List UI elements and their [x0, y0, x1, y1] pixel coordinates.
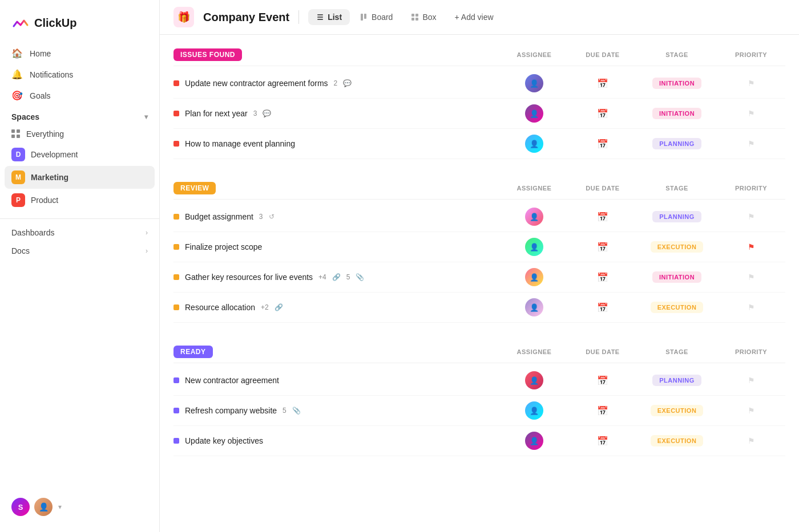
chevron-right-icon: ›	[146, 229, 148, 237]
stage-cell: EXECUTION	[637, 241, 717, 253]
task-name: How to manage event planning	[185, 139, 295, 148]
task-bullet	[173, 438, 179, 444]
user-area[interactable]: S 👤 ▾	[0, 491, 159, 523]
task-name-cell: Update key objectives	[173, 436, 500, 445]
assignee-cell: 👤	[500, 371, 568, 389]
sidebar-item-notifications[interactable]: 🔔 Notifications	[5, 64, 155, 84]
tab-list[interactable]: List	[308, 9, 350, 25]
calendar-icon: 📅	[597, 108, 608, 119]
assignee-cell: 👤	[500, 298, 568, 316]
sidebar-item-development[interactable]: D Development	[5, 143, 155, 166]
tab-box[interactable]: Box	[403, 9, 444, 25]
priority-cell: ⚑	[717, 242, 785, 251]
comment-icon: 💬	[343, 79, 352, 87]
avatar: 👤	[525, 104, 543, 123]
due-date-cell[interactable]: 📅	[568, 272, 637, 283]
task-name-cell: Budget assignment 3 ↺	[173, 212, 500, 221]
list-icon	[316, 13, 324, 21]
task-name-cell: Refresh company website 5 📎	[173, 406, 500, 415]
sidebar-item-product[interactable]: P Product	[5, 189, 155, 212]
stage-badge: EXECUTION	[651, 405, 704, 416]
clickup-logo-icon	[11, 14, 30, 32]
refresh-icon: ↺	[269, 213, 275, 221]
flag-icon: ⚑	[748, 273, 755, 282]
board-icon	[360, 13, 368, 21]
due-date-cell[interactable]: 📅	[568, 139, 637, 149]
table-row: Finalize project scope 👤 📅 EXECUTION ⚑	[173, 232, 785, 262]
space-dot-p: P	[11, 193, 25, 207]
assignee-cell: 👤	[500, 74, 568, 92]
due-date-cell[interactable]: 📅	[568, 436, 637, 446]
task-attach-count: 5	[346, 273, 350, 281]
content-area: ISSUES FOUND ASSIGNEE DUE DATE STAGE PRI…	[160, 35, 799, 532]
task-group-review: REVIEW ASSIGNEE DUE DATE STAGE PRIORITY …	[173, 177, 785, 323]
avatar: 👤	[525, 208, 543, 226]
sidebar-item-dashboards[interactable]: Dashboards ›	[0, 224, 159, 242]
task-attach-count: 5	[283, 407, 286, 415]
spaces-header[interactable]: Spaces ▾	[0, 105, 159, 125]
project-icon: 🎁	[173, 7, 194, 27]
view-tabs: List Board Box + Add view	[308, 9, 501, 25]
svg-rect-6	[415, 14, 418, 17]
stage-cell: INITIATION	[637, 108, 717, 119]
sidebar-nav: 🏠 Home 🔔 Notifications 🎯 Goals	[0, 43, 159, 105]
stage-badge: EXECUTION	[651, 302, 704, 313]
logo[interactable]: ClickUp	[0, 9, 159, 43]
due-date-cell[interactable]: 📅	[568, 405, 637, 416]
sidebar-item-marketing[interactable]: M Marketing	[5, 166, 155, 189]
space-label: Development	[31, 150, 78, 159]
tab-board[interactable]: Board	[352, 9, 401, 25]
flag-icon: ⚑	[748, 109, 755, 118]
user-avatar-s: S	[11, 498, 30, 516]
svg-rect-7	[411, 18, 414, 21]
add-view-button[interactable]: + Add view	[447, 9, 502, 25]
task-bullet	[173, 141, 179, 147]
due-date-cell[interactable]: 📅	[568, 302, 637, 313]
goals-icon: 🎯	[11, 90, 23, 101]
sidebar-item-label: Notifications	[30, 70, 73, 79]
tab-board-label: Board	[372, 13, 393, 22]
task-name-cell: Plan for next year 3 💬	[173, 109, 500, 118]
calendar-icon: 📅	[597, 405, 608, 416]
due-date-cell[interactable]: 📅	[568, 108, 637, 119]
sidebar-item-goals[interactable]: 🎯 Goals	[5, 86, 155, 105]
due-date-cell[interactable]: 📅	[568, 375, 637, 386]
assignee-cell: 👤	[500, 208, 568, 226]
table-row: Gather key resources for live events +4 …	[173, 262, 785, 293]
chevron-right-icon: ›	[146, 247, 148, 255]
sidebar-item-everything[interactable]: Everything	[5, 125, 155, 143]
calendar-icon: 📅	[597, 272, 608, 283]
spaces-label: Spaces	[11, 112, 39, 121]
stage-cell: PLANNING	[637, 138, 717, 149]
task-bullet	[173, 244, 179, 250]
stage-badge: INITIATION	[652, 78, 701, 89]
col-stage: STAGE	[637, 51, 717, 58]
due-date-cell[interactable]: 📅	[568, 242, 637, 253]
due-date-cell[interactable]: 📅	[568, 212, 637, 222]
group-header-issues: ISSUES FOUND ASSIGNEE DUE DATE STAGE PRI…	[173, 44, 785, 66]
calendar-icon: 📅	[597, 242, 608, 253]
flag-icon: ⚑	[748, 376, 755, 385]
tab-list-label: List	[328, 13, 342, 22]
grid-icon	[11, 129, 21, 139]
sidebar-item-label: Home	[30, 49, 51, 58]
dashboards-label: Dashboards	[11, 228, 55, 237]
col-priority: PRIORITY	[717, 51, 785, 58]
stage-badge: PLANNING	[652, 375, 701, 386]
col-stage: STAGE	[637, 348, 717, 355]
flag-red-icon: ⚑	[748, 242, 755, 251]
calendar-icon: 📅	[597, 78, 608, 89]
priority-cell: ⚑	[717, 273, 785, 282]
home-icon: 🏠	[11, 48, 23, 59]
calendar-icon: 📅	[597, 302, 608, 313]
due-date-cell[interactable]: 📅	[568, 78, 637, 89]
task-bullet	[173, 377, 179, 383]
calendar-icon: 📅	[597, 139, 608, 149]
sidebar-item-home[interactable]: 🏠 Home	[5, 43, 155, 63]
col-assignee: ASSIGNEE	[500, 51, 568, 58]
stage-cell: EXECUTION	[637, 405, 717, 416]
main-header: 🎁 Company Event List Board Box + Add vie…	[160, 0, 799, 35]
sidebar-item-docs[interactable]: Docs ›	[0, 242, 159, 260]
task-group-ready: READY ASSIGNEE DUE DATE STAGE PRIORITY N…	[173, 341, 785, 456]
avatar: 👤	[525, 371, 543, 389]
